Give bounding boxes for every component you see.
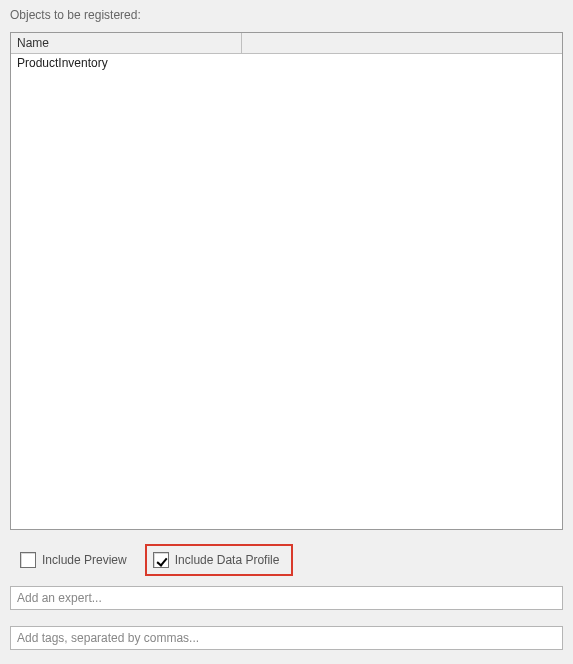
include-data-profile-label: Include Data Profile bbox=[175, 553, 280, 567]
section-label: Objects to be registered: bbox=[10, 8, 563, 22]
expert-input[interactable] bbox=[10, 586, 563, 610]
checkbox-icon bbox=[153, 552, 169, 568]
tags-input[interactable] bbox=[10, 626, 563, 650]
column-header-blank[interactable] bbox=[241, 33, 562, 54]
cell-name: ProductInventory bbox=[11, 54, 241, 73]
objects-table-container: Name ProductInventory bbox=[10, 32, 563, 530]
objects-table: Name ProductInventory bbox=[11, 33, 562, 72]
checkbox-row: Include Preview Include Data Profile bbox=[10, 544, 563, 576]
checkbox-icon bbox=[20, 552, 36, 568]
include-preview-option[interactable]: Include Preview bbox=[14, 548, 133, 572]
cell-blank bbox=[241, 54, 562, 73]
column-header-name[interactable]: Name bbox=[11, 33, 241, 54]
include-data-profile-option[interactable]: Include Data Profile bbox=[145, 544, 294, 576]
include-preview-label: Include Preview bbox=[42, 553, 127, 567]
table-row[interactable]: ProductInventory bbox=[11, 54, 562, 73]
